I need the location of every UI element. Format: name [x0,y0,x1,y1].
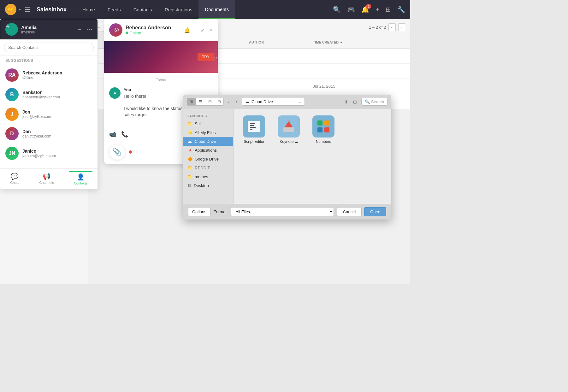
top-navigation: 🤝 ▼ ☰ SalesInbox Home Feeds Contacts Reg… [0,0,410,19]
contacts-header: A Amelia Invisible − ⋯ [0,19,98,39]
format-select[interactable]: All Files [231,207,334,216]
svg-rect-11 [324,127,329,132]
picker-new-folder-icon[interactable]: ⊡ [351,98,359,106]
cancel-button[interactable]: Cancel [337,207,362,216]
chat-minimize-icon[interactable]: − [194,27,197,33]
sidebar-sai[interactable]: 📁 Sai [183,119,233,128]
picker-back-button[interactable]: ‹ [226,98,232,106]
grid-view-button[interactable]: ⊞ [187,98,196,105]
svg-rect-9 [324,120,329,126]
coverflow-view-button[interactable]: ⊞ [215,98,223,105]
user-avatar: A [5,23,18,36]
minimize-button[interactable]: − [78,26,81,33]
contact-avatar: B [5,88,19,101]
contact-name: Bankston [22,90,60,95]
nav-contacts[interactable]: Contacts [127,0,158,19]
picker-forward-button[interactable]: › [234,98,240,106]
sidebar-desktop[interactable]: 🖥 Desktop [183,181,233,190]
picker-file-script-editor[interactable]: Script Editor [240,115,268,144]
chat-message-sender: You [124,87,195,92]
contact-item-dan[interactable]: D Dan danj@zylker.com [0,124,98,143]
chat-contact-name: Rebecca Anderson [126,25,171,31]
nav-documents[interactable]: Documents [198,0,235,19]
hamburger-menu[interactable]: ☰ [25,6,30,13]
contacts-panel: A Amelia Invisible − ⋯ Suggestions RA Re… [0,19,98,189]
add-icon[interactable]: + [376,6,379,13]
search-icon[interactable]: 🔍 [333,6,341,13]
picker-share-icon[interactable]: ⬆ [342,98,350,106]
chat-date-divider: Today [109,78,213,82]
attachment-button[interactable]: 📎 [109,144,125,160]
notifications-icon[interactable]: 🔔 1 [361,6,369,13]
file-label: Numbers [316,139,331,144]
list-view-button[interactable]: ☰ [196,98,205,105]
format-label: Format: [214,209,228,214]
more-options-button[interactable]: ⋯ [87,26,92,33]
chat-controls: 🔔 − ⤢ ✕ [184,27,213,33]
folder-icon: 📁 [187,121,193,126]
options-button[interactable]: Options [188,207,210,216]
video-call-icon[interactable]: 📹 [109,131,116,138]
sidebar-memes[interactable]: 📁 memes [183,172,233,181]
user-status: Invisible [21,30,37,34]
chat-close-icon[interactable]: ✕ [209,27,213,33]
contact-status: Offline [22,75,62,80]
picker-file-keynote[interactable]: Keynote ☁ [275,115,303,144]
pagination: 1 – 2 of 2 ‹ › [369,23,405,31]
chats-tab[interactable]: 💬 Chats [5,171,25,186]
sidebar-all-my-files[interactable]: ⭐ All My Files [183,128,233,137]
picker-search-placeholder[interactable]: Search [371,99,384,104]
numbers-icon [312,115,334,137]
chat-expand-icon[interactable]: ⤢ [201,27,205,33]
column-view-button[interactable]: ⊟ [206,98,214,105]
sidebar-applications[interactable]: 🔺 Applications [183,146,233,155]
chats-icon: 💬 [11,173,19,180]
logo-dropdown-arrow[interactable]: ▼ [18,8,21,11]
try-button[interactable]: TRY [198,53,214,61]
contacts-icon: 👤 [77,173,85,181]
sidebar-icloud-drive[interactable]: ☁ iCloud Drive [183,137,233,146]
folder-icon: 📁 [187,174,193,179]
contact-email: danj@zylker.com [22,134,51,138]
send-indicator [129,150,132,154]
contact-item-janice[interactable]: JN Janice janicev@zylker.com [0,143,98,163]
contact-avatar: D [5,127,19,140]
contact-item-rebecca[interactable]: RA Rebecca Anderson Offline [0,65,98,85]
favorites-label: Favorites [183,112,233,119]
app-logo: 🤝 [5,4,16,15]
desktop-icon: 🖥 [187,183,192,188]
contact-item-jon[interactable]: J Jon jons@zylker.com [0,104,98,124]
channels-tab[interactable]: 📢 Channels [34,171,59,186]
picker-location[interactable]: ☁ iCloud Drive ⌄ [242,98,305,106]
main-content: Create ▾ Upload ▾ 📄 All Files 📋 Document… [0,19,410,284]
col-time-created: TIME CREATED ▼ [308,36,410,49]
open-button[interactable]: Open [364,207,386,216]
nav-feeds[interactable]: Feeds [101,0,127,19]
chat-message-avatar: A [109,87,121,99]
sidebar-google-drive[interactable]: 🔶 Google Drive [183,155,233,163]
contacts-tab[interactable]: 👤 Contacts [69,171,92,186]
folder-icon: 📁 [187,165,193,170]
contact-name: Rebecca Anderson [22,70,62,75]
gamepad-icon[interactable]: 🎮 [347,6,355,13]
picker-file-numbers[interactable]: Numbers [309,115,338,144]
settings-icon[interactable]: 🔧 [397,6,405,13]
phone-call-icon[interactable]: 📞 [121,131,128,138]
brand-name: SalesInbox [37,6,67,13]
chat-bell-icon[interactable]: 🔔 [184,27,190,33]
next-page-button[interactable]: › [398,23,405,31]
picker-location-label: iCloud Drive [251,99,273,104]
prev-page-button[interactable]: ‹ [388,23,395,31]
windows-icon[interactable]: ⊞ [386,6,391,13]
nav-links: Home Feeds Contacts Registrations Docume… [76,0,333,19]
banner-url: //EXAMPLE.URL [213,56,218,60]
contact-item-bankston[interactable]: B Bankston bpearson@zylker.com [0,85,98,104]
search-input[interactable] [4,43,94,52]
chat-contact-avatar: RA [109,23,122,37]
nav-home[interactable]: Home [76,0,101,19]
col-author: AUTHOR [244,36,308,49]
chat-header: RA Rebecca Anderson Online 🔔 − ⤢ ✕ [104,19,218,41]
sidebar-reddit[interactable]: 📁 REDDIT [183,163,233,172]
nav-registrations[interactable]: Registrations [158,0,199,19]
contact-name: Jon [22,109,51,114]
